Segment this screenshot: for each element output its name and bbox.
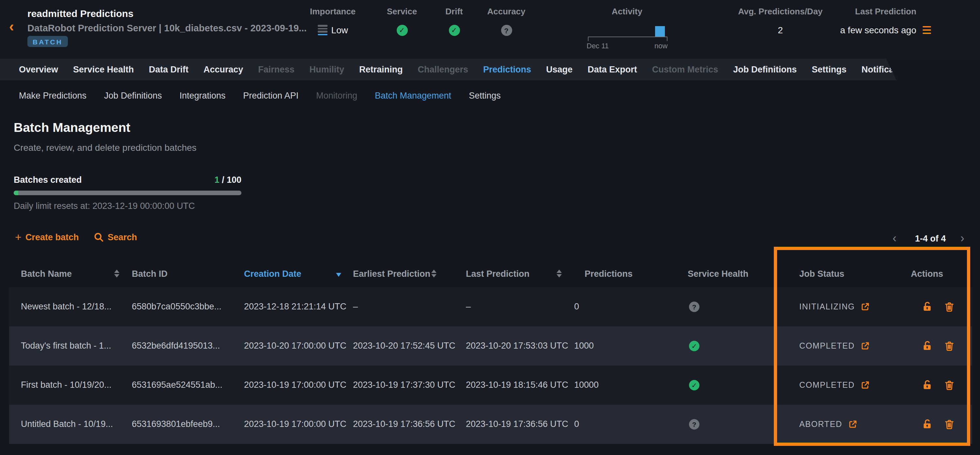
search-label: Search	[108, 232, 137, 242]
activity-end-label: now	[654, 42, 667, 49]
column-header-earliest-prediction[interactable]: Earliest Prediction	[353, 269, 430, 279]
last-prediction-value: a few seconds ago	[840, 25, 916, 35]
activity-chart: Dec 11 now	[587, 19, 678, 51]
delete-batch-icon[interactable]	[944, 341, 955, 351]
subtab-monitoring[interactable]: Monitoring	[316, 90, 357, 100]
subtab-make-predictions[interactable]: Make Predictions	[19, 90, 86, 100]
pagination-next-icon[interactable]: ›	[961, 232, 964, 244]
tab-humility[interactable]: Humility	[309, 65, 344, 74]
delete-batch-icon[interactable]	[944, 380, 955, 390]
tab-overview[interactable]: Overview	[19, 65, 58, 74]
table-row: First batch - 10/19/20...6531695ae524551…	[9, 366, 972, 405]
cell-earliest: 2023-10-19 17:36:56 UTC	[353, 419, 455, 429]
quota-progress-bar	[14, 191, 242, 195]
tab-notifications[interactable]: Notifications	[862, 65, 915, 74]
tab-predictions[interactable]: Predictions	[483, 65, 531, 74]
cell-last: 2023-10-20 17:53:03 UTC	[466, 341, 568, 351]
tab-custom-metrics[interactable]: Custom Metrics	[652, 65, 718, 74]
tab-job-definitions[interactable]: Job Definitions	[733, 65, 797, 74]
plus-icon: +	[15, 233, 22, 242]
cell-name: Today's first batch - 1...	[21, 341, 111, 351]
table-body: Newest batch - 12/18...6580b7ca0550c3bbe…	[9, 287, 972, 444]
subtab-settings[interactable]: Settings	[469, 90, 501, 100]
sort-icon-earliest[interactable]	[431, 270, 436, 278]
column-header-service-health[interactable]: Service Health	[688, 269, 748, 279]
cell-earliest: 2023-10-20 17:52:45 UTC	[353, 341, 455, 351]
lock-batch-icon[interactable]	[922, 341, 932, 351]
tab-retraining[interactable]: Retraining	[359, 65, 403, 74]
quota-reset-note: Daily limit resets at: 2023-12-19 00:00:…	[14, 201, 195, 211]
avg-predictions-label: Avg. Predictions/Day	[728, 6, 832, 16]
create-batch-button[interactable]: + Create batch	[15, 232, 79, 242]
cell-job-status: INITIALIZING	[799, 302, 870, 311]
cell-service-health: ✓	[689, 341, 700, 351]
sort-icon-last[interactable]	[557, 270, 562, 278]
batch-badge: BATCH	[27, 36, 68, 47]
lock-batch-icon[interactable]	[922, 380, 932, 390]
external-link-icon[interactable]	[861, 342, 870, 351]
delete-batch-icon[interactable]	[944, 302, 955, 312]
cell-earliest: –	[353, 302, 358, 311]
lock-batch-icon[interactable]	[922, 419, 932, 429]
cell-predictions: 10000	[574, 380, 599, 390]
job-status-text: INITIALIZING	[799, 302, 855, 311]
tab-data-drift[interactable]: Data Drift	[149, 65, 189, 74]
delete-batch-icon[interactable]	[944, 419, 955, 429]
cell-job-status: COMPLETED	[799, 381, 870, 390]
tab-service-health[interactable]: Service Health	[73, 65, 134, 74]
cell-id: 6531693801ebfeeb9...	[132, 419, 220, 429]
tab-accuracy[interactable]: Accuracy	[204, 65, 243, 74]
tab-usage[interactable]: Usage	[546, 65, 573, 74]
sort-icon-name[interactable]	[114, 270, 119, 278]
quota-total: 100	[227, 175, 242, 185]
cell-created: 2023-10-19 17:00:00 UTC	[244, 419, 347, 429]
external-link-icon[interactable]	[861, 381, 870, 390]
cell-service-health: ✓	[689, 380, 700, 390]
metric-activity: Activity	[575, 6, 679, 16]
predictions-sub-nav: Make PredictionsJob DefinitionsIntegrati…	[0, 85, 980, 106]
pagination-prev-icon[interactable]: ‹	[892, 232, 896, 244]
column-header-batch-id[interactable]: Batch ID	[132, 269, 168, 279]
last-prediction-menu-icon[interactable]	[923, 26, 931, 34]
column-header-creation-date[interactable]: Creation Date	[244, 269, 301, 279]
pagination-range: 1-4 of 4	[907, 234, 954, 244]
subtab-integrations[interactable]: Integrations	[180, 90, 226, 100]
column-header-batch-name[interactable]: Batch Name	[21, 269, 72, 279]
cell-id: 6580b7ca0550c3bbe...	[132, 302, 221, 311]
tab-settings[interactable]: Settings	[812, 65, 846, 74]
lock-batch-icon[interactable]	[922, 302, 932, 312]
column-header-last-prediction[interactable]: Last Prediction	[466, 269, 530, 279]
tab-data-export[interactable]: Data Export	[587, 65, 637, 74]
back-chevron-icon[interactable]: ‹	[9, 19, 14, 34]
cell-earliest: 2023-10-19 17:37:30 UTC	[353, 380, 455, 390]
search-icon	[94, 232, 104, 242]
quota-value: 1 / 100	[143, 175, 242, 185]
external-link-icon[interactable]	[848, 420, 858, 429]
importance-level-icon	[317, 25, 327, 35]
cell-last: 2023-10-19 18:15:46 UTC	[466, 380, 568, 390]
cell-service-health: ?	[689, 302, 700, 312]
column-header-job-status[interactable]: Job Status	[799, 269, 844, 279]
activity-bar[interactable]	[655, 26, 665, 37]
search-button[interactable]: Search	[94, 232, 137, 242]
job-status-text: COMPLETED	[799, 342, 855, 351]
metric-service: Service ✓	[379, 6, 425, 36]
activity-axis	[588, 37, 667, 41]
cell-predictions: 0	[574, 419, 579, 429]
cell-name: First batch - 10/19/20...	[21, 380, 111, 390]
activity-label: Activity	[575, 6, 679, 16]
subtab-job-definitions[interactable]: Job Definitions	[104, 90, 162, 100]
job-status-text: COMPLETED	[799, 381, 855, 390]
tab-challengers[interactable]: Challengers	[418, 65, 468, 74]
subtab-batch-management[interactable]: Batch Management	[375, 90, 451, 100]
sort-desc-icon-created[interactable]	[336, 273, 341, 277]
tab-fairness[interactable]: Fairness	[258, 65, 294, 74]
column-header-predictions[interactable]: Predictions	[585, 269, 633, 279]
cell-predictions: 1000	[574, 341, 594, 351]
service-label: Service	[379, 6, 425, 16]
subtab-prediction-api[interactable]: Prediction API	[243, 90, 299, 100]
cell-name: Newest batch - 12/18...	[21, 302, 111, 311]
column-header-actions[interactable]: Actions	[911, 269, 943, 279]
external-link-icon[interactable]	[861, 302, 870, 311]
deployment-header: ‹ readmitted Predictions DataRobot Predi…	[0, 0, 980, 59]
